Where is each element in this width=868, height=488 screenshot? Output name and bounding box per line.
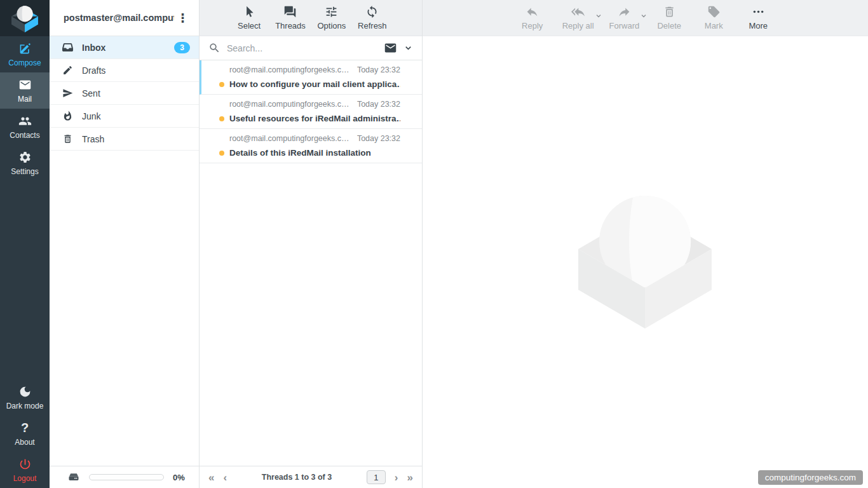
reply-button[interactable]: Reply xyxy=(518,5,547,30)
chat-bubbles-icon xyxy=(283,5,297,18)
sidebar-item-label: Compose xyxy=(8,58,41,67)
sync-icon xyxy=(365,5,379,18)
message-list: root@mail.computingforgeeks.c… Today 23:… xyxy=(200,60,422,466)
sidebar-item-label: Contacts xyxy=(10,131,39,140)
threads-button[interactable]: Threads xyxy=(275,5,306,30)
message-subject: How to configure your mail client applic… xyxy=(229,79,400,89)
button-label: More xyxy=(749,21,768,30)
empty-message-view: computingforgeeks.com xyxy=(423,36,868,488)
button-label: Options xyxy=(317,21,346,30)
folder-item-sent[interactable]: Sent xyxy=(50,82,199,105)
message-date: Today 23:32 xyxy=(357,100,400,109)
next-page-button[interactable]: › xyxy=(395,472,398,483)
sidebar-item-compose[interactable]: Compose xyxy=(0,36,50,72)
webmail-app: Compose Mail Contacts Settings Dark mode… xyxy=(0,0,868,488)
kebab-menu-icon[interactable]: ⋮ xyxy=(174,11,191,25)
select-button[interactable]: Select xyxy=(234,5,264,30)
button-label: Forward xyxy=(609,21,640,30)
prev-page-button[interactable]: ‹ xyxy=(223,472,227,483)
folder-name: Sent xyxy=(82,88,190,98)
folder-item-drafts[interactable]: Drafts xyxy=(50,59,199,82)
gear-icon xyxy=(18,151,32,164)
search-input[interactable] xyxy=(227,43,377,53)
more-button[interactable]: More xyxy=(743,5,773,30)
roundcube-watermark-logo xyxy=(572,191,718,337)
list-status-text: Threads 1 to 3 of 3 xyxy=(236,473,358,482)
message-date: Today 23:32 xyxy=(357,134,400,143)
button-label: Reply xyxy=(522,21,543,30)
reply-all-arrows-icon xyxy=(571,5,585,18)
folder-name: Drafts xyxy=(82,65,190,76)
pencil-icon xyxy=(62,65,73,76)
list-toolbar: Select Threads Options Refresh xyxy=(200,0,422,36)
chevron-down-icon[interactable] xyxy=(640,12,648,22)
chevron-down-icon[interactable] xyxy=(595,12,602,22)
paper-plane-icon xyxy=(62,88,73,98)
folder-pane: postmaster@mail.computin… ⋮ Inbox 3 Draf… xyxy=(50,0,199,488)
sidebar-spacer xyxy=(0,181,50,379)
message-sender: root@mail.computingforgeeks.c… xyxy=(229,65,349,74)
sidebar-item-label: Logout xyxy=(13,474,37,483)
sidebar-item-logout[interactable]: Logout xyxy=(0,452,50,488)
folder-item-junk[interactable]: Junk xyxy=(50,105,199,128)
sidebar-item-label: Settings xyxy=(11,167,38,176)
message-subject: Details of this iRedMail installation xyxy=(229,148,371,158)
last-page-button[interactable]: » xyxy=(407,472,413,483)
envelope-icon xyxy=(18,78,32,92)
search-options-chevron-down-icon[interactable] xyxy=(403,43,413,53)
search-icon xyxy=(208,42,220,54)
sidebar-item-dark-mode[interactable]: Dark mode xyxy=(0,379,50,416)
taskmenu-sidebar: Compose Mail Contacts Settings Dark mode… xyxy=(0,0,50,488)
folder-name: Trash xyxy=(82,134,190,144)
sidebar-item-settings[interactable]: Settings xyxy=(0,145,50,181)
sidebar-item-mail[interactable]: Mail xyxy=(0,72,50,109)
folder-item-inbox[interactable]: Inbox 3 xyxy=(50,36,199,59)
quota-footer: 0% xyxy=(50,466,199,488)
tag-icon xyxy=(707,5,721,18)
power-icon xyxy=(18,458,32,471)
message-row[interactable]: root@mail.computingforgeeks.c… Today 23:… xyxy=(200,129,422,163)
quota-percent: 0% xyxy=(173,473,185,482)
folder-name: Junk xyxy=(82,111,190,121)
forward-button[interactable]: Forward xyxy=(609,5,640,30)
message-row[interactable]: root@mail.computingforgeeks.c… Today 23:… xyxy=(200,60,422,95)
sidebar-item-about[interactable]: ? About xyxy=(0,416,50,452)
button-label: Select xyxy=(238,21,261,30)
folder-item-trash[interactable]: Trash xyxy=(50,128,199,151)
message-row[interactable]: root@mail.computingforgeeks.c… Today 23:… xyxy=(200,95,422,129)
people-icon xyxy=(18,114,32,128)
unread-dot-icon xyxy=(219,116,224,121)
button-label: Reply all xyxy=(562,21,594,30)
message-toolbar: Reply Reply all Forward Delete Mark xyxy=(423,0,868,36)
trash-icon xyxy=(663,5,676,18)
first-page-button[interactable]: « xyxy=(208,472,214,483)
delete-button[interactable]: Delete xyxy=(654,5,684,30)
sliders-icon xyxy=(325,5,338,18)
compose-icon xyxy=(18,42,32,55)
message-sender: root@mail.computingforgeeks.c… xyxy=(229,100,349,109)
reply-all-button[interactable]: Reply all xyxy=(562,5,594,30)
folder-name: Inbox xyxy=(82,43,165,53)
options-button[interactable]: Options xyxy=(317,5,346,30)
unread-count-badge: 3 xyxy=(174,42,190,53)
pagination-footer: « ‹ Threads 1 to 3 of 3 1 › » xyxy=(200,466,422,488)
unread-dot-icon xyxy=(219,82,224,87)
app-logo xyxy=(0,0,50,36)
flame-icon xyxy=(62,111,73,121)
sidebar-item-label: Dark mode xyxy=(6,402,44,410)
mark-button[interactable]: Mark xyxy=(699,5,728,30)
sidebar-item-label: Mail xyxy=(18,95,32,104)
forward-arrow-icon xyxy=(618,5,631,18)
sidebar-item-label: About xyxy=(15,438,34,447)
button-label: Mark xyxy=(705,21,723,30)
sidebar-item-contacts[interactable]: Contacts xyxy=(0,109,50,145)
message-sender: root@mail.computingforgeeks.c… xyxy=(229,134,349,143)
account-header: postmaster@mail.computin… ⋮ xyxy=(50,0,199,36)
disk-icon xyxy=(67,471,80,484)
refresh-button[interactable]: Refresh xyxy=(358,5,387,30)
cursor-icon xyxy=(243,5,256,18)
search-scope-envelope-icon[interactable] xyxy=(384,41,397,55)
page-number-input[interactable]: 1 xyxy=(367,470,386,484)
question-icon: ? xyxy=(21,421,29,435)
button-label: Threads xyxy=(275,21,306,30)
